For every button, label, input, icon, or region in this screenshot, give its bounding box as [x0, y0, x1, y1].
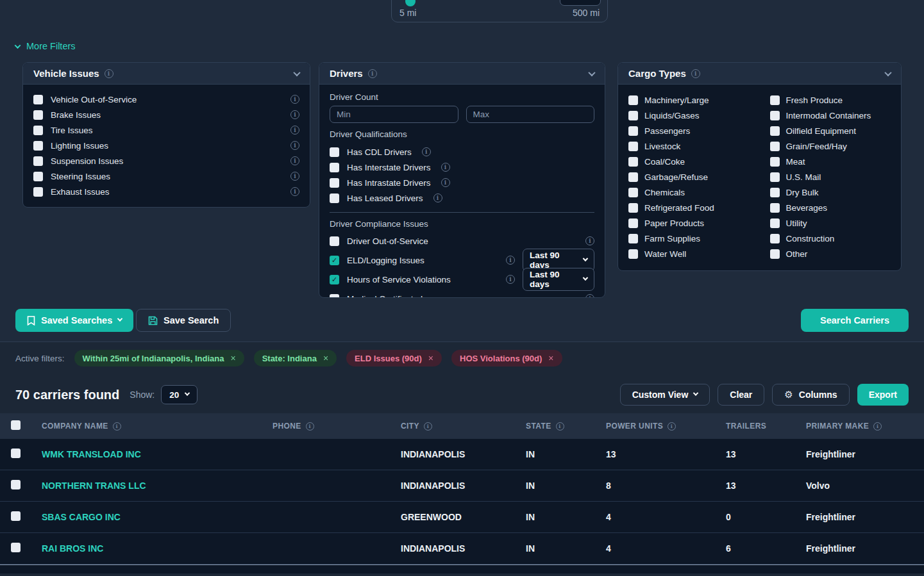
- vehicle-issue-option[interactable]: Exhaust Issues: [23, 184, 310, 199]
- radius-value-input[interactable]: 25: [560, 0, 601, 6]
- checkbox[interactable]: [628, 126, 638, 136]
- filter-chip-state[interactable]: State: Indiana: [254, 350, 337, 366]
- checkbox[interactable]: [628, 188, 638, 197]
- filter-chip-eld[interactable]: ELD Issues (90d): [346, 350, 442, 366]
- column-header-phone[interactable]: PHONE: [273, 422, 401, 431]
- chevron-down-icon[interactable]: [293, 69, 300, 76]
- company-link[interactable]: SBAS CARGO INC: [31, 512, 273, 522]
- cargo-type-option[interactable]: Machinery/Large: [618, 92, 760, 108]
- driver-qualification-option[interactable]: Has Intrastate Drivers: [319, 175, 605, 190]
- checkbox[interactable]: [628, 95, 638, 105]
- row-checkbox[interactable]: [11, 543, 21, 552]
- export-button[interactable]: Export: [857, 384, 909, 406]
- checkbox[interactable]: [628, 157, 638, 167]
- checkbox[interactable]: [33, 141, 43, 151]
- remove-filter-icon[interactable]: [428, 353, 433, 363]
- column-header-city[interactable]: CITY: [401, 422, 526, 431]
- driver-compliance-option[interactable]: Driver Out-of-Service: [319, 231, 605, 251]
- drivers-header[interactable]: Drivers: [319, 63, 605, 85]
- driver-count-min-input[interactable]: [330, 106, 458, 123]
- remove-filter-icon[interactable]: [323, 353, 328, 363]
- checkbox[interactable]: [628, 111, 638, 120]
- checkbox[interactable]: [330, 193, 339, 203]
- custom-view-button[interactable]: Custom View: [620, 384, 710, 406]
- cargo-type-option[interactable]: Water Well: [618, 246, 760, 261]
- checkbox[interactable]: [770, 126, 780, 136]
- filter-chip-radius[interactable]: Within 25mi of Indianapolis, Indiana: [74, 350, 244, 366]
- checkbox[interactable]: [770, 95, 780, 105]
- checkbox[interactable]: [330, 163, 339, 172]
- checkbox[interactable]: [628, 172, 638, 182]
- checkbox[interactable]: [33, 172, 43, 181]
- cargo-type-option[interactable]: Refrigerated Food: [618, 200, 760, 215]
- columns-button[interactable]: ⚙Columns: [772, 384, 849, 406]
- column-header-company[interactable]: COMPANY NAME: [31, 422, 273, 431]
- saved-searches-button[interactable]: Saved Searches: [15, 309, 133, 332]
- checkbox[interactable]: [33, 126, 43, 135]
- row-checkbox[interactable]: [11, 480, 21, 490]
- checkbox[interactable]: [330, 236, 339, 246]
- cargo-type-option[interactable]: Paper Products: [618, 215, 760, 231]
- cargo-type-option[interactable]: U.S. Mail: [760, 169, 902, 185]
- chevron-down-icon[interactable]: [588, 69, 595, 76]
- checkbox[interactable]: [770, 234, 780, 243]
- vehicle-issue-option[interactable]: Suspension Issues: [23, 153, 310, 169]
- checkbox[interactable]: [330, 275, 339, 284]
- checkbox[interactable]: [330, 178, 339, 188]
- column-header-trailers[interactable]: TRAILERS: [726, 422, 806, 431]
- driver-qualification-option[interactable]: Has Interstate Drivers: [319, 160, 605, 175]
- slider-handle[interactable]: [405, 0, 416, 6]
- cargo-type-option[interactable]: Farm Supplies: [618, 231, 760, 246]
- checkbox[interactable]: [770, 172, 780, 182]
- chevron-down-icon[interactable]: [884, 69, 891, 76]
- driver-qualification-option[interactable]: Has CDL Drivers: [319, 144, 605, 160]
- table-row[interactable]: WMK TRANSLOAD INC INDIANAPOLIS IN 13 13 …: [0, 439, 924, 470]
- company-link[interactable]: WMK TRANSLOAD INC: [31, 449, 273, 459]
- more-filters-toggle[interactable]: More Filters: [15, 41, 76, 51]
- cargo-type-option[interactable]: Grain/Feed/Hay: [760, 138, 902, 154]
- checkbox[interactable]: [770, 157, 780, 167]
- cargo-type-option[interactable]: Garbage/Refuse: [618, 169, 760, 185]
- vehicle-issue-option[interactable]: Steering Issues: [23, 169, 310, 184]
- vehicle-issue-option[interactable]: Vehicle Out-of-Service: [23, 92, 310, 107]
- checkbox[interactable]: [330, 256, 339, 265]
- checkbox[interactable]: [330, 294, 339, 299]
- vehicle-issues-header[interactable]: Vehicle Issues: [23, 63, 310, 85]
- company-link[interactable]: NORTHERN TRANS LLC: [31, 481, 273, 491]
- checkbox[interactable]: [628, 234, 638, 243]
- column-header-power-units[interactable]: POWER UNITS: [606, 422, 726, 431]
- cargo-type-option[interactable]: Chemicals: [618, 185, 760, 200]
- driver-compliance-option[interactable]: Hours of Service Violations Last 90 days: [319, 270, 605, 289]
- checkbox[interactable]: [628, 203, 638, 213]
- vehicle-issue-option[interactable]: Lighting Issues: [23, 138, 310, 153]
- checkbox[interactable]: [33, 95, 43, 104]
- cargo-types-header[interactable]: Cargo Types: [618, 63, 901, 85]
- hos-period-select[interactable]: Last 90 days: [523, 268, 594, 291]
- column-header-state[interactable]: STATE: [526, 422, 606, 431]
- row-checkbox[interactable]: [11, 511, 21, 521]
- search-carriers-button[interactable]: Search Carriers: [801, 309, 909, 332]
- column-header-primary-make[interactable]: PRIMARY MAKE: [806, 422, 924, 431]
- page-size-select[interactable]: 20: [161, 385, 197, 404]
- checkbox[interactable]: [628, 218, 638, 228]
- cargo-type-option[interactable]: Oilfield Equipment: [760, 123, 902, 138]
- checkbox[interactable]: [628, 142, 638, 151]
- checkbox[interactable]: [33, 110, 43, 120]
- checkbox[interactable]: [770, 111, 780, 120]
- save-search-button[interactable]: Save Search: [136, 309, 231, 332]
- vehicle-issue-option[interactable]: Brake Issues: [23, 107, 310, 122]
- select-all-checkbox[interactable]: [11, 420, 21, 430]
- driver-count-max-input[interactable]: [466, 106, 595, 123]
- cargo-type-option[interactable]: Construction: [760, 231, 902, 246]
- table-row[interactable]: RAI BROS INC INDIANAPOLIS IN 4 6 Freight…: [0, 533, 924, 564]
- checkbox[interactable]: [770, 249, 780, 259]
- checkbox[interactable]: [33, 187, 43, 197]
- cargo-type-option[interactable]: Coal/Coke: [618, 154, 760, 169]
- cargo-type-option[interactable]: Fresh Produce: [760, 92, 902, 108]
- cargo-type-option[interactable]: Livestock: [618, 138, 760, 154]
- clear-button[interactable]: Clear: [718, 384, 764, 406]
- checkbox[interactable]: [33, 156, 43, 166]
- remove-filter-icon[interactable]: [548, 353, 553, 363]
- checkbox[interactable]: [770, 218, 780, 228]
- checkbox[interactable]: [770, 203, 780, 213]
